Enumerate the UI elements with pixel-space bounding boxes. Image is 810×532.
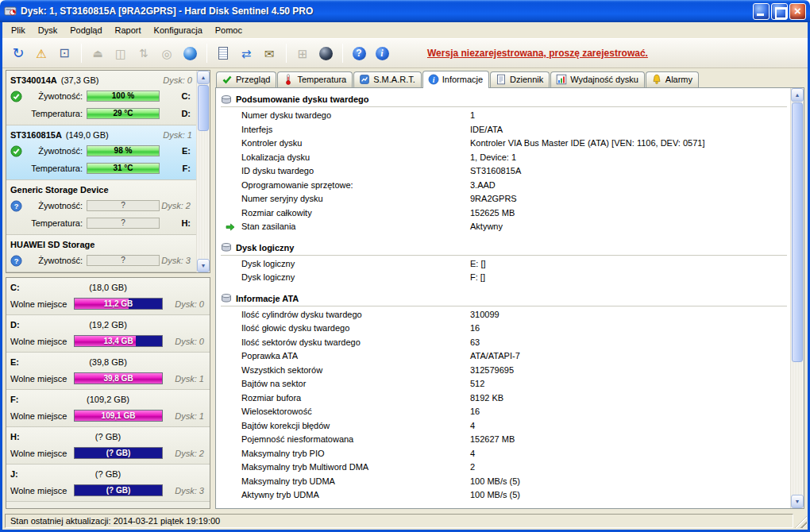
disk-name: HUAWEI SD Storage — [10, 240, 94, 249]
toolbar: ↻⚠⊡⏏◫⇅◎⇄✉⊞ Wersja niezarejestrowana, pro… — [2, 38, 808, 68]
info-row: Numer dysku twardego1 — [221, 109, 787, 123]
tab-przeglad[interactable]: Przegląd — [216, 71, 276, 87]
tab-temperatura[interactable]: Temperatura — [277, 71, 353, 87]
device-scan-icon[interactable]: ◎ — [156, 42, 178, 64]
content-scroll-up-button[interactable]: ▲ — [791, 88, 804, 102]
minimize-button[interactable] — [753, 3, 770, 20]
disk-entry-st3160815a[interactable]: ST3160815A(149,0 GB)Dysk: 1Żywotność:98 … — [6, 125, 196, 180]
monitor-test-icon[interactable]: ⊡ — [53, 42, 75, 64]
partition-letter: J: — [10, 469, 18, 479]
tab-smart[interactable]: S.M.A.R.T. — [353, 71, 422, 87]
free-space-label: Wolne miejsce — [10, 486, 74, 495]
info-row: Dysk logicznyE: [] — [221, 257, 787, 272]
info-label: Oprogramowanie sprzętowe: — [241, 179, 470, 193]
partition-entry-e[interactable]: (39,8 GB)E:Wolne miejsce39,8 GBDysk: 1 — [6, 353, 210, 390]
info-value: 312579695 — [470, 365, 514, 375]
info-row: Wszystkich sektorów312579695 — [221, 364, 787, 378]
tab-dziennik[interactable]: Dziennik — [490, 71, 550, 87]
tab-informacje[interactable]: iInformacje — [422, 71, 489, 88]
disk-list-scrollbar-thumb[interactable] — [198, 85, 209, 131]
content-scrollbar[interactable]: ▲ ▼ — [790, 88, 804, 508]
menu-konfiguracja[interactable]: Konfiguracja — [148, 23, 209, 37]
content-scrollbar-track[interactable] — [791, 102, 804, 495]
partition-disk-number: Dysk: 0 — [175, 337, 206, 346]
disk-section-icon — [221, 293, 232, 303]
info-label: Maksymalny tryb UDMA — [241, 475, 470, 489]
free-space-value: 13,4 GB — [103, 337, 133, 345]
partition-entry-h[interactable]: (? GB)H:Wolne miejsce(? GB)Dysk: 2 — [6, 427, 210, 465]
toolbar-separator — [286, 44, 287, 63]
row-right: E: — [182, 146, 192, 156]
disk-header: ST340014A(37,3 GB)Dysk: 0 — [10, 72, 192, 87]
title-bar[interactable]: Dysk: 1, ST3160815A [9RA2GPRS] - Hard Di… — [0, 0, 810, 22]
tab-label: Wydajność dysku — [570, 75, 638, 84]
report-icon[interactable] — [212, 42, 234, 64]
temperature-icon — [283, 74, 294, 85]
info-value: 8192 KB — [470, 393, 503, 403]
email-report-icon[interactable]: ✉ — [258, 42, 280, 64]
disk-status-row: ?Żywotność:?Dysk: 2 — [10, 197, 192, 214]
disk-list-scrollbar-track[interactable] — [197, 84, 210, 259]
tab-alarmy[interactable]: Alarmy — [646, 71, 699, 87]
info-value: 3.AAD — [470, 180, 496, 190]
partition-header: (109,2 GB)F: — [10, 391, 206, 407]
disk-entry-huawei-sd-storage[interactable]: HUAWEI SD Storage?Żywotność:?Dysk: 3 — [6, 235, 196, 272]
remove-device-icon[interactable]: ⏏ — [87, 42, 109, 64]
info-label: Pojemność niesformatowana — [241, 433, 470, 447]
disk-entry-st340014a[interactable]: ST340014A(37,3 GB)Dysk: 0Żywotność:100 %… — [6, 71, 196, 125]
partition-letter: H: — [10, 432, 20, 441]
free-space-value: 39,8 GB — [103, 374, 133, 383]
report-sync-icon[interactable]: ⇄ — [235, 42, 257, 64]
maximize-button[interactable] — [771, 3, 788, 20]
info-value: 100 MB/s (5) — [470, 476, 520, 486]
close-button[interactable] — [789, 3, 806, 20]
about-icon[interactable] — [371, 42, 393, 64]
main-panel: PrzeglądTemperaturaS.M.A.R.T.iInformacje… — [215, 70, 804, 509]
menu-raport[interactable]: Raport — [109, 23, 148, 37]
disk-eject-icon[interactable]: ⇅ — [133, 42, 155, 64]
web-icon[interactable] — [179, 42, 201, 64]
health-unknown-icon: ? — [10, 199, 25, 212]
partition-entry-c[interactable]: (18,0 GB)C:Wolne miejsce11,2 GBDysk: 0 — [6, 278, 210, 315]
disk-list-scrollbar[interactable]: ▲ ▼ — [196, 71, 210, 272]
content-scrollbar-thumb[interactable] — [792, 102, 803, 362]
partition-size: (19,2 GB) — [10, 320, 206, 330]
partition-letter: E: — [10, 357, 19, 367]
partition-disk-number: Dysk: 1 — [175, 411, 206, 421]
error-report-icon[interactable]: ⚠ — [30, 42, 52, 64]
disk-name: ST340014A — [10, 75, 57, 85]
free-space-bar: 39,8 GB — [74, 372, 163, 384]
menu-dysk[interactable]: Dysk — [32, 23, 64, 37]
bar-value: 98 % — [114, 146, 133, 155]
disk-list-scroll-up-button[interactable]: ▲ — [197, 71, 210, 84]
info-row: Numer seryjny dysku9RA2GPRS — [221, 192, 787, 206]
toolbar-buttons: ↻⚠⊡⏏◫⇅◎⇄✉⊞ — [7, 42, 394, 64]
info-row: Dysk logicznyF: [] — [221, 271, 787, 285]
refresh-icon[interactable]: ↻ — [7, 42, 29, 64]
partition-entry-j[interactable]: (? GB)J:Wolne miejsce(? GB)Dysk: 3 — [6, 465, 210, 502]
menu-pomoc[interactable]: Pomoc — [209, 23, 249, 37]
free-space-bar: (? GB) — [74, 484, 163, 496]
info-row: Ilość głowic dysku twardego16 — [221, 322, 787, 336]
network-globe-icon[interactable] — [314, 42, 337, 64]
partition-letter: C: — [10, 283, 20, 292]
info-label: Lokalizacja dysku — [241, 151, 470, 165]
disk-list-scroll-down-button[interactable]: ▼ — [197, 259, 210, 272]
screen-settings-icon[interactable]: ⊞ — [291, 42, 314, 64]
help-icon[interactable] — [348, 42, 370, 64]
info-label: Ilość głowic dysku twardego — [241, 322, 470, 336]
partition-entry-f[interactable]: (109,2 GB)F:Wolne miejsce109,1 GBDysk: 1 — [6, 390, 210, 427]
resize-grip[interactable] — [795, 516, 807, 528]
tab-wydajnosc-dysku[interactable]: Wydajność dysku — [550, 71, 645, 87]
content-scroll-down-button[interactable]: ▼ — [791, 495, 804, 508]
partition-disk-number: Dysk: 0 — [175, 299, 206, 309]
register-link[interactable]: Wersja niezarejestrowana, proszę zarejes… — [427, 48, 648, 59]
disk-control-icon[interactable]: ◫ — [110, 42, 132, 64]
menu-podglad[interactable]: Podgląd — [64, 23, 108, 37]
info-value: 63 — [470, 337, 480, 347]
menu-plik[interactable]: Plik — [5, 23, 32, 37]
tab-label: Przegląd — [236, 75, 270, 84]
info-label: Interfejs — [241, 123, 470, 137]
partition-entry-d[interactable]: (19,2 GB)D:Wolne miejsce13,4 GBDysk: 0 — [6, 315, 210, 353]
disk-entry-generic-storage-device[interactable]: Generic Storage Device?Żywotność:?Dysk: … — [6, 180, 196, 235]
